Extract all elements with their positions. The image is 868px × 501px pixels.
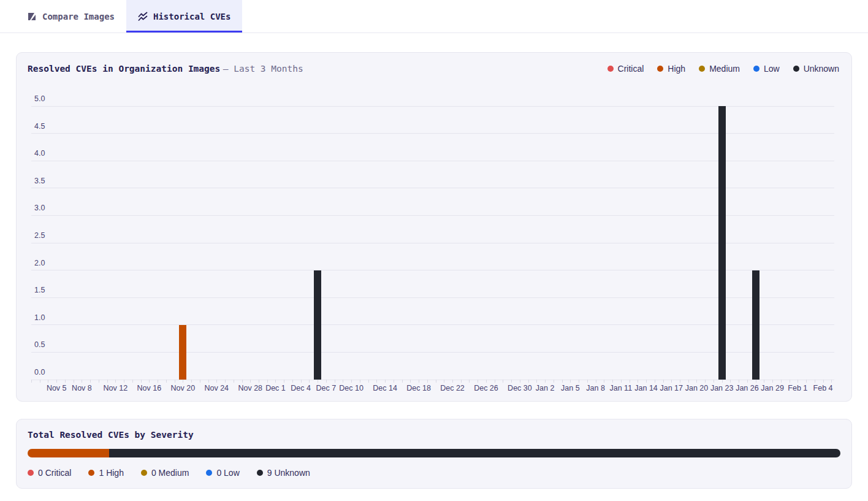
x-axis-tick <box>368 380 369 383</box>
legend-label: Medium <box>709 64 740 74</box>
gridline <box>31 352 834 353</box>
critical-dot <box>28 470 34 476</box>
x-axis-tick <box>705 380 706 383</box>
tab-label: Compare Images <box>42 12 115 21</box>
x-axis-tick <box>806 380 807 383</box>
x-axis-tick <box>528 380 529 383</box>
x-axis-tick <box>267 380 268 383</box>
x-axis-tick <box>183 380 183 383</box>
x-axis-label: Dec 1 <box>265 384 286 392</box>
summary-panel-header: Total Resolved CVEs by Severity <box>17 419 851 440</box>
gridline <box>31 270 834 270</box>
summary-legend-item-high: 1 High <box>88 468 123 478</box>
x-axis-tick <box>536 380 537 383</box>
x-axis-label: Dec 14 <box>373 384 397 392</box>
chart-panel-header: Resolved CVEs in Organization Images — L… <box>17 53 851 74</box>
x-axis-tick <box>520 380 520 383</box>
chart-legend-item-unknown[interactable]: Unknown <box>793 64 839 74</box>
low-dot <box>753 66 760 72</box>
x-axis-tick <box>714 380 714 383</box>
compare-images-icon <box>27 12 37 21</box>
chart-legend-item-high[interactable]: High <box>657 64 685 74</box>
severity-segment-unknown <box>109 449 840 457</box>
x-axis-tick <box>452 380 453 383</box>
x-axis-label: Jan 14 <box>634 384 658 392</box>
tab-historical-cves[interactable]: Historical CVEs <box>126 0 242 33</box>
x-axis-tick <box>132 380 133 383</box>
x-axis-tick <box>486 380 487 383</box>
x-axis-tick <box>259 380 259 383</box>
x-axis-tick <box>503 380 503 383</box>
tab-compare-images[interactable]: Compare Images <box>15 0 126 33</box>
legend-label: 0 Critical <box>38 468 71 478</box>
gridline <box>31 188 834 188</box>
bar-unknown[interactable] <box>314 270 321 380</box>
gridline <box>31 297 834 298</box>
x-axis-tick <box>722 380 723 383</box>
severity-summary-panel: Total Resolved CVEs by Severity 0 Critic… <box>16 419 852 489</box>
x-axis-label: Nov 8 <box>72 384 92 392</box>
y-axis-label: 1.0 <box>34 313 45 322</box>
chart-subtitle: — Last 3 Months <box>223 64 303 74</box>
x-axis-tick <box>343 380 343 383</box>
x-axis-label: Dec 26 <box>474 384 498 392</box>
x-axis-tick <box>410 380 411 383</box>
x-axis-label: Jan 11 <box>609 384 632 392</box>
x-axis-tick <box>630 380 630 383</box>
x-axis-tick <box>216 380 217 383</box>
x-axis-tick <box>478 380 478 383</box>
x-axis-tick <box>730 380 731 383</box>
gridline <box>31 133 834 134</box>
x-axis-label: Dec 7 <box>316 384 337 392</box>
x-axis-tick <box>579 380 579 383</box>
gridline <box>31 324 834 325</box>
x-axis-label: Nov 16 <box>137 384 162 392</box>
x-axis-tick <box>781 380 782 383</box>
x-axis-label: Dec 22 <box>440 384 465 392</box>
critical-dot <box>607 66 614 72</box>
x-axis-tick <box>65 380 66 383</box>
y-axis-label: 1.5 <box>34 286 45 294</box>
x-axis-tick <box>275 380 276 383</box>
x-axis-tick <box>99 380 99 383</box>
x-axis-tick <box>149 380 150 383</box>
x-axis-tick <box>419 380 419 383</box>
bar-high[interactable] <box>179 325 186 380</box>
chart-title: Resolved CVEs in Organization Images <box>28 64 220 74</box>
chart-legend-item-medium[interactable]: Medium <box>699 64 740 74</box>
x-axis-tick <box>191 380 192 383</box>
x-axis-tick <box>40 380 40 383</box>
x-axis-tick <box>798 380 798 383</box>
severity-stacked-bar <box>28 449 840 457</box>
x-axis-tick <box>680 380 680 383</box>
y-axis-label: 4.5 <box>34 122 45 131</box>
bar-unknown[interactable] <box>752 270 760 380</box>
gridline <box>31 243 834 243</box>
legend-label: Low <box>764 64 780 74</box>
tab-label: Historical CVEs <box>153 12 230 21</box>
x-axis-tick <box>427 380 428 383</box>
legend-label: Unknown <box>804 64 839 74</box>
x-axis-tick <box>436 380 436 383</box>
bar-unknown[interactable] <box>718 106 726 380</box>
chart-legend-item-low[interactable]: Low <box>753 64 780 74</box>
x-axis-tick <box>688 380 689 383</box>
x-axis-label: Jan 26 <box>736 384 759 392</box>
unknown-dot <box>257 470 263 476</box>
y-axis-label: 2.5 <box>34 231 45 240</box>
y-axis-label: 0.5 <box>34 340 45 349</box>
x-axis-tick <box>124 380 124 383</box>
legend-label: Critical <box>618 64 644 74</box>
low-dot <box>206 470 212 476</box>
y-axis-label: 3.5 <box>34 177 45 185</box>
x-axis-tick <box>495 380 495 383</box>
chart-legend: CriticalHighMediumLowUnknown <box>607 64 839 74</box>
tab-bar: Compare Images Historical CVEs <box>0 0 868 33</box>
chart-legend-item-critical[interactable]: Critical <box>607 64 644 74</box>
x-axis-tick <box>90 380 91 383</box>
x-axis-tick <box>301 380 302 383</box>
x-axis-label: Jan 23 <box>710 384 734 392</box>
x-axis-tick <box>604 380 604 383</box>
x-axis-tick <box>663 380 664 383</box>
x-axis-tick <box>815 380 815 383</box>
